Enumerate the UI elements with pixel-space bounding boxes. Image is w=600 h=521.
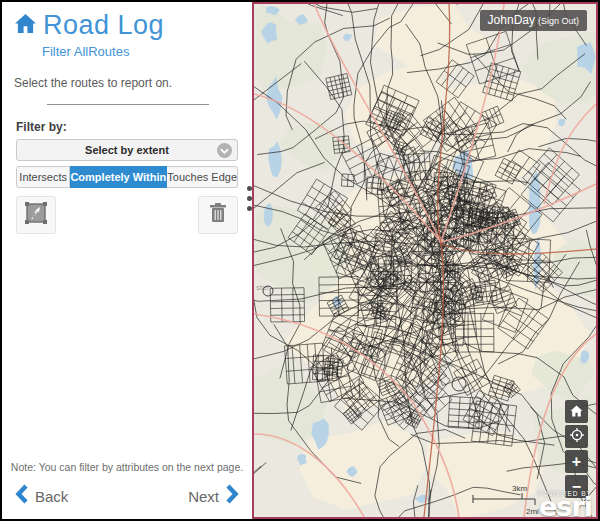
user-badge: JohnDay(Sign Out) <box>480 10 587 31</box>
filter-by-label: Filter by: <box>16 120 252 134</box>
next-button[interactable]: Next <box>188 484 239 508</box>
instruction-text: Select the routes to report on. <box>14 76 252 90</box>
map-home-button[interactable] <box>565 400 588 423</box>
svg-text:2mi: 2mi <box>526 507 539 516</box>
clear-selection-button[interactable] <box>198 196 238 234</box>
app-title: Road Log <box>43 10 164 41</box>
back-button[interactable]: Back <box>15 484 68 508</box>
svg-text:3km: 3km <box>512 484 527 493</box>
home-extent-icon <box>570 404 583 420</box>
filter-panel: Road Log Filter AllRoutes Select the rou… <box>2 2 252 519</box>
map-canvas[interactable]: Worcesterster3km2mi <box>254 4 596 517</box>
trash-icon <box>207 201 229 229</box>
divider <box>47 104 209 105</box>
zoom-in-button[interactable]: + <box>565 450 588 473</box>
chevron-left-icon <box>15 484 28 508</box>
locate-button[interactable] <box>565 425 588 448</box>
map-controls: + − <box>565 400 588 498</box>
username: JohnDay <box>488 13 535 27</box>
zoom-out-button[interactable]: − <box>565 475 588 498</box>
tab-touches-edge[interactable]: Touches Edge <box>167 166 238 188</box>
next-label: Next <box>188 488 219 505</box>
sign-out-link[interactable]: (Sign Out) <box>538 16 579 26</box>
select-by-rectangle-button[interactable] <box>16 196 56 234</box>
select-by-extent-dropdown[interactable]: Select by extent <box>16 139 238 161</box>
page-subtitle: Filter AllRoutes <box>42 44 252 59</box>
road-log-app-window: Road Log Filter AllRoutes Select the rou… <box>0 0 600 521</box>
selection-tools <box>16 196 238 234</box>
back-label: Back <box>35 488 68 505</box>
chevron-right-icon <box>226 484 239 508</box>
map-panel: Worcesterster3km2mi JohnDay(Sign Out) <box>252 2 598 519</box>
dropdown-selected-value: Select by extent <box>85 144 169 156</box>
locate-icon <box>570 428 584 445</box>
home-icon[interactable] <box>14 13 37 38</box>
chevron-down-icon[interactable] <box>217 143 232 158</box>
tab-intersects[interactable]: Intersects <box>16 166 70 188</box>
footnote-text: Note: You can filter by attributes on th… <box>2 461 252 473</box>
tab-completely-within[interactable]: Completely Within <box>70 166 167 188</box>
select-rectangle-icon <box>24 201 48 229</box>
spatial-filter-tabs: Intersects Completely Within Touches Edg… <box>16 166 238 188</box>
app-header: Road Log <box>14 10 252 41</box>
